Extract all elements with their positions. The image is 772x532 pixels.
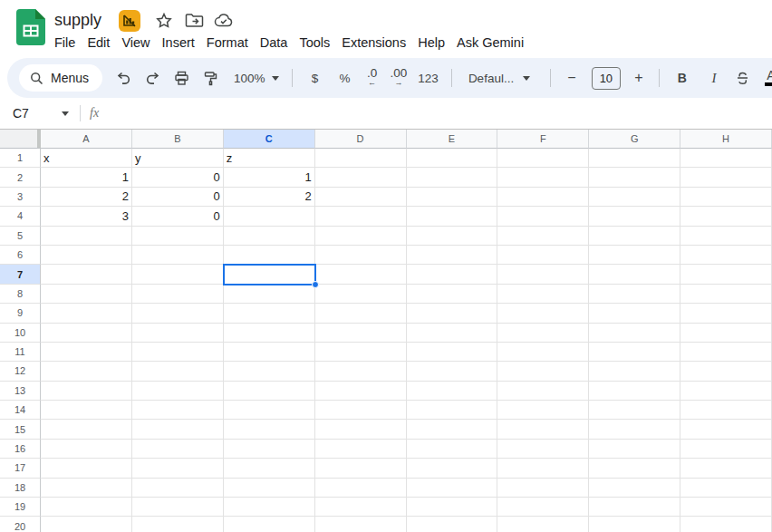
increase-decimal-button[interactable]: .00 →: [391, 67, 408, 89]
cell-D11[interactable]: [315, 343, 407, 362]
cell-F15[interactable]: [497, 420, 589, 439]
cell-G10[interactable]: [589, 324, 680, 343]
cell-H11[interactable]: [680, 343, 772, 362]
cell-B18[interactable]: [132, 479, 224, 498]
row-header-4[interactable]: 4: [0, 207, 41, 226]
row-header-13[interactable]: 13: [0, 382, 41, 401]
cell-C11[interactable]: [224, 343, 315, 362]
selection-box[interactable]: [223, 264, 316, 285]
cell-E14[interactable]: [407, 401, 498, 420]
cell-A5[interactable]: [41, 227, 132, 246]
cell-F9[interactable]: [497, 304, 589, 323]
cell-D2[interactable]: [315, 168, 407, 187]
name-box[interactable]: C7: [0, 106, 69, 121]
cell-A2[interactable]: 1: [41, 168, 132, 187]
cell-G11[interactable]: [589, 343, 680, 362]
cell-E18[interactable]: [407, 479, 498, 498]
cell-D16[interactable]: [315, 440, 407, 459]
cell-E4[interactable]: [407, 207, 498, 226]
cell-C2[interactable]: 1: [224, 168, 315, 187]
cell-A12[interactable]: [41, 362, 132, 381]
cell-H10[interactable]: [680, 324, 772, 343]
select-all-corner[interactable]: [0, 130, 41, 149]
star-icon[interactable]: [154, 11, 174, 31]
cell-D12[interactable]: [315, 362, 407, 381]
cell-D15[interactable]: [315, 420, 407, 439]
column-header-H[interactable]: H: [680, 130, 772, 149]
cell-B2[interactable]: 0: [132, 168, 224, 187]
cell-G5[interactable]: [589, 227, 680, 246]
cell-E12[interactable]: [407, 362, 498, 381]
cell-E8[interactable]: [407, 285, 498, 304]
format-currency-button[interactable]: $: [308, 67, 323, 89]
text-color-button[interactable]: A: [764, 67, 772, 89]
cell-A20[interactable]: [41, 517, 132, 532]
cell-A6[interactable]: [41, 246, 132, 265]
cell-A7[interactable]: [41, 265, 132, 284]
cell-C18[interactable]: [224, 479, 315, 498]
font-family-selector[interactable]: Defaul...: [468, 72, 537, 85]
cell-G7[interactable]: [589, 265, 680, 284]
cell-E13[interactable]: [407, 382, 498, 401]
paint-format-icon[interactable]: [203, 67, 218, 89]
cell-F20[interactable]: [497, 517, 589, 532]
cell-H3[interactable]: [680, 188, 772, 207]
cell-D13[interactable]: [315, 382, 407, 401]
cell-A17[interactable]: [41, 459, 132, 478]
menu-item-insert[interactable]: Insert: [162, 35, 195, 50]
row-header-19[interactable]: 19: [0, 498, 41, 517]
cell-D17[interactable]: [315, 459, 407, 478]
cell-E5[interactable]: [407, 227, 498, 246]
cell-A3[interactable]: 2: [41, 188, 132, 207]
cell-D3[interactable]: [315, 188, 407, 207]
menu-item-data[interactable]: Data: [260, 35, 288, 50]
cell-C19[interactable]: [224, 498, 315, 517]
cell-F14[interactable]: [497, 401, 589, 420]
decrease-decimal-button[interactable]: .0 ←: [365, 67, 380, 89]
row-header-5[interactable]: 5: [0, 227, 41, 246]
cell-A1[interactable]: x: [41, 149, 132, 168]
menu-item-ask-gemini[interactable]: Ask Gemini: [457, 35, 524, 50]
menu-item-help[interactable]: Help: [418, 35, 445, 50]
cell-G19[interactable]: [589, 498, 680, 517]
cell-B1[interactable]: y: [132, 149, 224, 168]
cell-C12[interactable]: [224, 362, 315, 381]
redo-icon[interactable]: [145, 67, 160, 89]
cell-A19[interactable]: [41, 498, 132, 517]
cell-A4[interactable]: 3: [41, 207, 132, 226]
cell-D18[interactable]: [315, 479, 407, 498]
cell-E6[interactable]: [407, 246, 498, 265]
cell-G6[interactable]: [589, 246, 680, 265]
cell-F3[interactable]: [497, 188, 589, 207]
cell-E11[interactable]: [407, 343, 498, 362]
row-header-14[interactable]: 14: [0, 401, 41, 420]
cell-G14[interactable]: [589, 401, 680, 420]
cell-E15[interactable]: [407, 420, 498, 439]
zoom-selector[interactable]: 100%: [234, 72, 279, 85]
sheets-logo-icon[interactable]: [16, 9, 45, 45]
column-header-F[interactable]: F: [497, 130, 589, 149]
cell-E19[interactable]: [407, 498, 498, 517]
cell-D8[interactable]: [315, 285, 407, 304]
cell-A18[interactable]: [41, 479, 132, 498]
cell-H2[interactable]: [680, 168, 772, 187]
row-header-3[interactable]: 3: [0, 188, 41, 207]
cell-C9[interactable]: [224, 304, 315, 323]
cell-H1[interactable]: [680, 149, 772, 168]
cell-H7[interactable]: [680, 265, 772, 284]
cell-G20[interactable]: [589, 517, 680, 532]
strikethrough-button[interactable]: [735, 67, 750, 89]
cell-B13[interactable]: [132, 382, 224, 401]
cell-H8[interactable]: [680, 285, 772, 304]
cell-F7[interactable]: [497, 265, 589, 284]
row-header-10[interactable]: 10: [0, 324, 41, 343]
cell-G15[interactable]: [589, 420, 680, 439]
cell-C6[interactable]: [224, 246, 315, 265]
cell-E9[interactable]: [407, 304, 498, 323]
fill-handle[interactable]: [312, 281, 319, 288]
cell-D5[interactable]: [315, 227, 407, 246]
cell-C13[interactable]: [224, 382, 315, 401]
cell-D6[interactable]: [315, 246, 407, 265]
row-header-6[interactable]: 6: [0, 246, 41, 265]
menu-item-format[interactable]: Format: [207, 35, 248, 50]
